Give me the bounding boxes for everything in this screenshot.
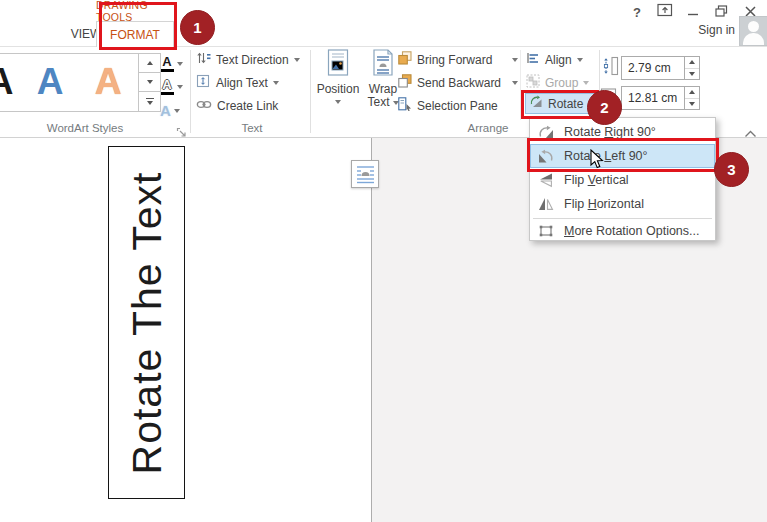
text-fill-letter: A bbox=[162, 56, 171, 68]
align-button[interactable]: Align bbox=[526, 49, 583, 70]
restore-icon bbox=[715, 3, 728, 21]
more-rotation-options-icon bbox=[536, 223, 556, 239]
menu-item-more-rotation-options[interactable]: More Rotation Options... bbox=[530, 221, 715, 241]
text-outline-color-bar bbox=[161, 92, 174, 95]
menu-label: Flip Horizontal bbox=[564, 197, 644, 211]
chevron-up-icon bbox=[744, 130, 757, 138]
text-fill-button[interactable]: A bbox=[160, 54, 190, 74]
group-dropdown-arrow bbox=[583, 81, 589, 85]
minimize-button[interactable] bbox=[680, 3, 706, 21]
ribbon-display-options-button[interactable] bbox=[652, 3, 678, 21]
contextual-tab-group-header: DRAWING TOOLS bbox=[96, 2, 172, 20]
wrap-text-icon bbox=[371, 49, 395, 79]
menu-item-flip-horizontal[interactable]: Flip Horizontal bbox=[530, 192, 715, 216]
text-effects-icon: A bbox=[160, 105, 171, 117]
send-backward-icon bbox=[398, 74, 412, 91]
bring-forward-button[interactable]: Bring Forward bbox=[398, 49, 518, 70]
spin-down-icon bbox=[689, 102, 695, 106]
label-pre: Flip bbox=[564, 173, 588, 187]
create-link-icon bbox=[196, 99, 212, 113]
text-outline-button[interactable]: A bbox=[160, 77, 190, 97]
shape-width-value[interactable]: 12.81 cm bbox=[622, 91, 684, 105]
shape-height-field[interactable]: 2.79 cm bbox=[621, 56, 700, 80]
label-post: eft 90° bbox=[611, 149, 647, 163]
bring-forward-dropdown-arrow bbox=[512, 58, 518, 62]
label-post: ight 90° bbox=[613, 125, 656, 139]
document-page[interactable]: Rotate The Text bbox=[0, 138, 372, 522]
rotate-menu: Rotate Right 90° Rotate Left 90° Flip Ve… bbox=[529, 117, 716, 241]
label-accel: H bbox=[588, 197, 597, 211]
menu-label: Rotate Right 90° bbox=[564, 125, 656, 139]
textbox[interactable]: Rotate The Text bbox=[108, 146, 185, 499]
label-pre: Rotate bbox=[564, 125, 604, 139]
ribbon-display-options-icon bbox=[657, 3, 673, 21]
drawing-tools-label: DRAWING TOOLS bbox=[96, 0, 172, 23]
spin-down-icon bbox=[689, 72, 695, 76]
shape-width-field[interactable]: 12.81 cm bbox=[621, 86, 700, 110]
word-window: VIEW DRAWING TOOLS FORMAT ? Sign in A bbox=[0, 0, 767, 522]
rotate-button[interactable]: Rotate bbox=[525, 93, 596, 114]
spin-up-icon bbox=[689, 90, 695, 94]
align-dropdown-arrow bbox=[577, 58, 583, 62]
help-button[interactable]: ? bbox=[624, 3, 650, 21]
sign-in-label: Sign in bbox=[698, 23, 735, 37]
tab-format-label: FORMAT bbox=[110, 28, 160, 42]
column-separator bbox=[520, 50, 521, 120]
selection-pane-button[interactable]: Selection Pane bbox=[398, 95, 518, 116]
wordart-style-gallery[interactable]: A A A bbox=[0, 53, 139, 112]
shape-height-icon bbox=[601, 56, 619, 81]
wordart-gallery-scroll[interactable] bbox=[138, 53, 161, 112]
wordart-sample-blue[interactable]: A bbox=[34, 54, 66, 109]
text-effects-button[interactable]: A bbox=[160, 101, 190, 121]
text-direction-button[interactable]: Text Direction bbox=[196, 49, 300, 70]
create-link-button[interactable]: Create Link bbox=[196, 95, 278, 116]
shape-height-spinner[interactable] bbox=[684, 57, 699, 79]
width-spin-down-button[interactable] bbox=[685, 99, 699, 110]
gallery-more-button[interactable] bbox=[139, 92, 160, 110]
bring-forward-label: Bring Forward bbox=[417, 53, 492, 67]
align-objects-icon bbox=[526, 52, 540, 67]
help-icon: ? bbox=[633, 5, 641, 20]
arrange-group-label: Arrange bbox=[448, 122, 528, 134]
height-spin-up-button[interactable] bbox=[685, 57, 699, 69]
gallery-scroll-down-button[interactable] bbox=[139, 73, 160, 92]
scroll-up-icon bbox=[147, 61, 153, 65]
text-direction-icon bbox=[196, 51, 211, 68]
text-group-label: Text bbox=[212, 122, 292, 134]
wordart-sample-black[interactable]: A bbox=[0, 54, 16, 109]
sign-in-link[interactable]: Sign in bbox=[698, 23, 735, 37]
wordart-sample-orange[interactable]: A bbox=[92, 54, 124, 109]
restore-button[interactable] bbox=[708, 3, 734, 21]
group-button[interactable]: Group bbox=[526, 72, 589, 93]
gallery-scroll-up-button[interactable] bbox=[139, 54, 160, 73]
align-text-label: Align Text bbox=[216, 76, 268, 90]
width-spin-up-button[interactable] bbox=[685, 87, 699, 99]
shape-height-value[interactable]: 2.79 cm bbox=[622, 61, 684, 75]
menu-item-rotate-left-90[interactable]: Rotate Left 90° bbox=[530, 144, 715, 168]
text-direction-label: Text Direction bbox=[216, 53, 289, 67]
rotate-label: Rotate bbox=[548, 97, 583, 111]
rotate-objects-icon bbox=[529, 95, 543, 112]
menu-item-flip-vertical[interactable]: Flip Vertical bbox=[530, 168, 715, 192]
send-backward-button[interactable]: Send Backward bbox=[398, 72, 518, 93]
menu-label: Flip Vertical bbox=[564, 173, 629, 187]
shape-width-spinner[interactable] bbox=[684, 87, 699, 109]
label-post: ore Rotation Options... bbox=[574, 224, 699, 238]
text-fill-dropdown-arrow bbox=[177, 62, 183, 66]
position-button[interactable]: Position bbox=[316, 49, 360, 122]
group-separator bbox=[310, 50, 311, 133]
menu-item-rotate-right-90[interactable]: Rotate Right 90° bbox=[530, 120, 715, 144]
align-label: Align bbox=[545, 53, 572, 67]
wordart-styles-group-label: WordArt Styles bbox=[15, 122, 155, 134]
textbox-text[interactable]: Rotate The Text bbox=[123, 171, 170, 474]
layout-options-button[interactable] bbox=[351, 160, 379, 188]
align-text-icon bbox=[196, 74, 211, 91]
flip-vertical-icon bbox=[536, 172, 556, 188]
avatar[interactable] bbox=[739, 16, 767, 46]
align-text-dropdown-arrow bbox=[273, 81, 279, 85]
tab-format[interactable]: FORMAT bbox=[96, 21, 174, 47]
align-text-button[interactable]: Align Text bbox=[196, 72, 279, 93]
height-spin-down-button[interactable] bbox=[685, 69, 699, 80]
position-icon bbox=[326, 49, 350, 79]
gallery-more-arrow-icon bbox=[147, 101, 153, 105]
